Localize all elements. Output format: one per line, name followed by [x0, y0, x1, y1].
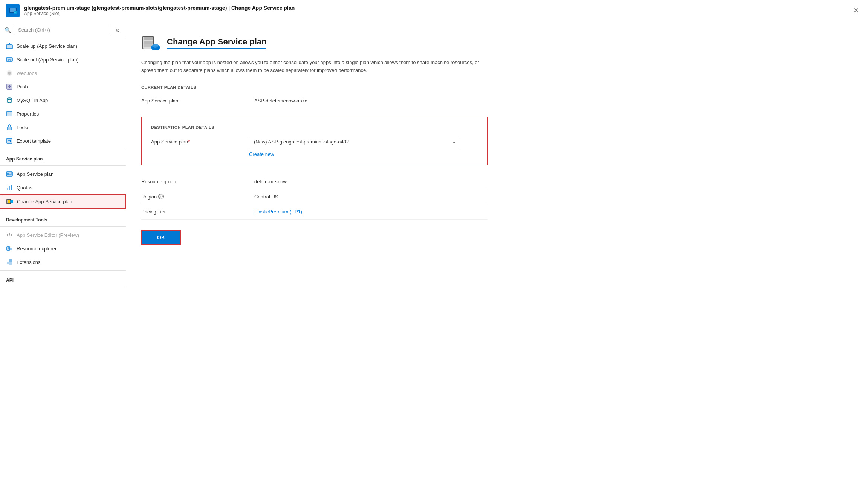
window-subtitle: App Service (Slot)	[24, 11, 295, 16]
svg-rect-38	[10, 248, 12, 250]
search-input[interactable]	[14, 25, 110, 35]
main-content: Change App Service plan Changing the pla…	[126, 21, 868, 497]
svg-point-50	[152, 47, 159, 50]
create-new-link[interactable]: Create new	[249, 151, 274, 157]
svg-rect-23	[7, 173, 9, 175]
pricing-tier-value[interactable]: ElasticPremium (EP1)	[254, 209, 302, 215]
svg-rect-26	[7, 188, 8, 190]
title-bar: glengatest-premium-stage (glengatest-pre…	[0, 0, 868, 21]
destination-plan-row: App Service plan* (New) ASP-glengatest-p…	[151, 136, 478, 148]
current-plan-value: ASP-deletemenow-ab7c	[254, 98, 307, 104]
svg-rect-28	[11, 185, 12, 190]
sidebar-item-push[interactable]: Push	[0, 80, 126, 93]
app-icon	[6, 4, 20, 17]
sidebar-item-properties[interactable]: Properties	[0, 107, 126, 120]
mysql-icon	[6, 97, 13, 104]
sidebar-item-label: Scale out (App Service plan)	[17, 57, 79, 63]
close-button[interactable]: ✕	[850, 5, 862, 17]
current-plan-section-label: CURRENT PLAN DETAILS	[141, 85, 853, 90]
sidebar-item-label: App Service Editor (Preview)	[17, 232, 79, 238]
pricing-tier-label: Pricing Tier	[141, 209, 254, 215]
svg-line-33	[9, 233, 10, 237]
sidebar-item-scale-up[interactable]: Scale up (App Service plan)	[0, 39, 126, 53]
app-service-plan-dropdown[interactable]: (New) ASP-glengatest-premium-stage-a402	[249, 136, 460, 148]
push-icon	[6, 83, 13, 90]
locks-icon	[6, 124, 13, 131]
sidebar-item-label: Export template	[17, 138, 51, 144]
destination-plan-label: App Service plan*	[151, 139, 249, 145]
sidebar-nav: Scale up (App Service plan) Scale out (A…	[0, 39, 126, 497]
pricing-tier-row: Pricing Tier ElasticPremium (EP1)	[141, 204, 488, 220]
scale-out-icon	[6, 56, 13, 63]
scale-up-icon	[6, 43, 13, 49]
search-icon: 🔍	[5, 27, 11, 33]
ok-button[interactable]: OK	[141, 230, 181, 245]
sidebar-item-label: MySQL In App	[17, 98, 48, 103]
page-description: Changing the plan that your app is hoste…	[141, 59, 488, 75]
sidebar-item-label: Change App Service plan	[17, 199, 72, 204]
title-info: glengatest-premium-stage (glengatest-pre…	[24, 5, 295, 16]
dropdown-wrapper: (New) ASP-glengatest-premium-stage-a402 …	[249, 136, 460, 148]
webjobs-icon	[6, 70, 13, 76]
svg-point-8	[8, 72, 11, 75]
explorer-icon	[6, 245, 13, 252]
sidebar-item-label: Extensions	[17, 259, 41, 265]
detail-section: Resource group delete-me-now Region ⓘ Ce…	[141, 174, 488, 220]
section-label-devtools: Development Tools	[0, 212, 126, 225]
svg-point-51	[152, 44, 158, 48]
asp-icon	[6, 171, 13, 177]
export-icon	[6, 137, 13, 144]
sidebar-item-locks[interactable]: Locks	[0, 120, 126, 134]
extensions-icon	[6, 259, 13, 265]
sidebar-item-mysql[interactable]: MySQL In App	[0, 93, 126, 107]
sidebar-item-editor: App Service Editor (Preview)	[0, 228, 126, 242]
sidebar-item-extensions[interactable]: Extensions	[0, 255, 126, 269]
editor-icon	[6, 232, 13, 238]
properties-icon	[6, 110, 13, 117]
region-label: Region ⓘ	[141, 194, 254, 200]
resource-group-row: Resource group delete-me-now	[141, 174, 488, 189]
page-icon	[141, 33, 161, 53]
svg-rect-13	[7, 111, 12, 116]
svg-point-32	[10, 200, 13, 203]
sidebar-item-resource-explorer[interactable]: Resource explorer	[0, 242, 126, 255]
current-plan-label: App Service plan	[141, 98, 254, 104]
svg-rect-3	[6, 45, 12, 49]
svg-rect-44	[144, 37, 153, 40]
sidebar-search-area: 🔍 «	[0, 21, 126, 39]
info-icon: ⓘ	[158, 194, 164, 199]
svg-rect-40	[9, 259, 12, 262]
sidebar-item-quotas[interactable]: Quotas	[0, 181, 126, 194]
svg-rect-17	[8, 127, 11, 130]
collapse-button[interactable]: «	[113, 26, 121, 34]
sidebar-item-scale-out[interactable]: Scale out (App Service plan)	[0, 53, 126, 66]
sidebar-item-label: WebJobs	[17, 70, 37, 76]
section-label-asp: App Service plan	[0, 151, 126, 164]
svg-point-2	[14, 11, 17, 14]
sidebar-item-export[interactable]: Export template	[0, 134, 126, 148]
sidebar-item-change-asp[interactable]: Change App Service plan	[0, 194, 126, 209]
svg-rect-39	[7, 262, 9, 264]
resource-group-label: Resource group	[141, 179, 254, 184]
destination-section-label: DESTINATION PLAN DETAILS	[151, 125, 478, 130]
destination-plan-box: DESTINATION PLAN DETAILS App Service pla…	[141, 117, 488, 165]
svg-rect-31	[8, 200, 10, 203]
sidebar-item-label: Properties	[17, 111, 39, 117]
sidebar-item-label: Push	[17, 84, 28, 90]
sidebar-item-label: Quotas	[17, 185, 32, 191]
svg-rect-41	[9, 262, 12, 265]
quotas-icon	[6, 184, 13, 191]
svg-rect-24	[9, 174, 11, 175]
page-title: Change App Service plan	[167, 37, 266, 49]
svg-rect-27	[9, 186, 10, 190]
change-asp-icon	[6, 198, 13, 205]
section-label-api: API	[0, 272, 126, 285]
sidebar-item-app-service-plan[interactable]: App Service plan	[0, 167, 126, 181]
sidebar: 🔍 « Scale up (App Service plan) Scale ou…	[0, 21, 126, 497]
sidebar-item-webjobs: WebJobs	[0, 66, 126, 80]
svg-rect-25	[11, 172, 12, 175]
sidebar-item-label: Resource explorer	[17, 246, 57, 252]
svg-rect-45	[144, 41, 153, 44]
required-indicator: *	[188, 139, 190, 145]
sidebar-item-label: Locks	[17, 125, 29, 130]
